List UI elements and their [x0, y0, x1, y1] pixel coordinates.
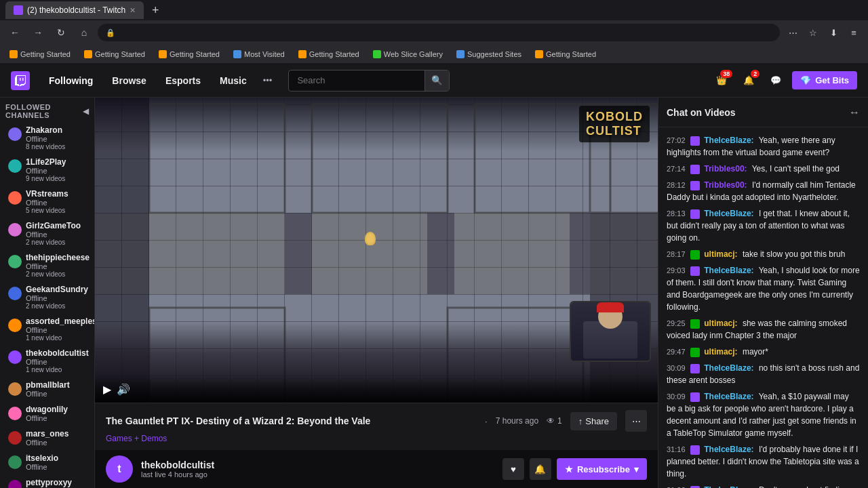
channel-sub-text: 1 new video — [8, 334, 86, 342]
view-count: 1 — [557, 416, 562, 426]
video-info-bar: The Gauntlet PT IX- Destiny of a Wizard … — [95, 403, 658, 450]
active-tab[interactable]: (2) thekoboldcultist - Twitch ✕ — [5, 1, 144, 19]
bookmark-getting-started-2[interactable]: Getting Started — [80, 49, 149, 60]
video-title: The Gauntlet PT IX- Destiny of a Wizard … — [106, 415, 477, 426]
menu-icon[interactable]: ≡ — [845, 24, 863, 41]
message-author[interactable]: ultimacj: — [704, 249, 737, 259]
resubscribe-button[interactable]: ★ Resubscribe ▾ — [557, 458, 647, 480]
bookmark-getting-started-1[interactable]: Getting Started — [5, 49, 75, 60]
chat-settings-btn[interactable]: ↔ — [849, 106, 860, 119]
sidebar-channel-pettyproxyy[interactable]: pettyproxyy Offline — [3, 475, 92, 488]
message-author[interactable]: ThelceBlaze: — [704, 445, 753, 454]
chat-header: Chat on Videos ↔ — [658, 98, 868, 127]
sidebar-channel-dwagonlily[interactable]: dwagonlily Offline — [3, 402, 92, 425]
bookmark-getting-started-3[interactable]: Getting Started — [155, 49, 224, 60]
lock-icon: 🔒 — [106, 28, 115, 37]
bookmark-star-icon[interactable]: ☆ — [804, 24, 822, 41]
avatar — [8, 407, 22, 420]
more-options-button[interactable]: ⋯ — [625, 410, 647, 432]
message-author[interactable]: ThelceBlaze: — [704, 136, 753, 145]
person-figure — [583, 304, 637, 359]
sidebar-channel-vrstreams[interactable]: VRstreams Offline 5 new videos — [3, 186, 92, 217]
message-author[interactable]: ThelceBlaze: — [704, 485, 753, 488]
search-button[interactable]: 🔍 — [425, 70, 449, 91]
bookmark-favicon — [298, 50, 307, 58]
play-btn[interactable]: ▶ — [103, 383, 111, 396]
share-button[interactable]: ↑ Share — [570, 412, 617, 430]
avatar — [8, 191, 22, 205]
channel-sub-text: 1 new video — [8, 366, 86, 373]
sidebar-channel-1life2play[interactable]: 1Life2Play Offline 9 new videos — [3, 155, 92, 185]
whispers-btn[interactable]: 💬 — [765, 70, 787, 92]
forward-btn[interactable]: → — [28, 23, 47, 42]
nav-esports[interactable]: Esports — [157, 71, 209, 90]
get-bits-label: Get Bits — [815, 75, 849, 85]
back-btn[interactable]: ← — [5, 23, 24, 42]
message-author[interactable]: ThelceBlaze: — [704, 392, 753, 401]
prime-icon-btn[interactable]: 👑 38 — [711, 70, 732, 92]
channel-status: Offline — [26, 262, 90, 270]
sidebar-channel-assorted-meeples[interactable]: assorted_meeples Offline 1 new video — [3, 314, 92, 344]
message-author[interactable]: ultimacj: — [704, 347, 737, 357]
webcam-overlay — [570, 301, 651, 362]
resubscribe-label: Resubscribe — [577, 464, 630, 474]
volume-btn[interactable]: 🔊 — [117, 383, 130, 396]
nav-more[interactable]: ••• — [258, 71, 278, 90]
channel-sub-text: 9 new videos — [8, 175, 86, 182]
sidebar-channel-thehippiecheese[interactable]: thehippiecheese Offline 2 new videos — [3, 250, 92, 281]
bookmark-suggested[interactable]: Suggested Sites — [452, 49, 526, 60]
chat-message: 29:25 ultimacj: she was the calming smok… — [664, 316, 863, 343]
video-controls: ▶ 🔊 — [95, 375, 658, 403]
bookmark-favicon — [456, 50, 465, 58]
svg-rect-11 — [570, 213, 590, 294]
url-bar[interactable]: 🔒 https://www.twitch.tv/videos/665453355 — [98, 24, 780, 41]
category-link[interactable]: Games + Demos — [106, 434, 167, 443]
sidebar-channel-itselexio[interactable]: itselexio Offline — [3, 451, 92, 474]
home-btn[interactable]: ⌂ — [75, 23, 94, 42]
sidebar-collapse-btn[interactable]: ◀ — [83, 106, 89, 116]
avatar — [8, 350, 22, 364]
subscriber-badge — [690, 266, 700, 276]
download-icon[interactable]: ⬇ — [825, 24, 842, 41]
channel-avatar-large: t — [106, 455, 133, 483]
new-tab-btn[interactable]: + — [146, 1, 164, 19]
extensions-icon[interactable]: ⋯ — [784, 24, 802, 41]
sidebar-channel-thekoboldcultist[interactable]: thekoboldcultist Offline 1 new video — [3, 346, 92, 376]
nav-browse[interactable]: Browse — [104, 71, 155, 90]
channel-sub-text: 2 new videos — [8, 302, 86, 310]
refresh-btn[interactable]: ↻ — [52, 23, 71, 42]
message-author[interactable]: ultimacj: — [704, 319, 737, 328]
channel-name: 1Life2Play — [26, 157, 66, 167]
bookmark-most-visited[interactable]: Most Visited — [229, 49, 289, 60]
sidebar-channel-pbmallblart[interactable]: pbmallblart Offline — [3, 378, 92, 401]
message-author[interactable]: ThelceBlaze: — [704, 363, 753, 373]
sidebar-channel-girlzgametoo[interactable]: GirlzGameToo Offline 2 new videos — [3, 218, 92, 249]
get-bits-button[interactable]: 💎 Get Bits — [792, 71, 857, 89]
url-input[interactable]: https://www.twitch.tv/videos/665453355 — [119, 28, 772, 37]
channel-name: mars_ones — [26, 429, 68, 439]
nav-music[interactable]: Music — [212, 71, 255, 90]
message-text: take it slow you got this bruh — [743, 249, 845, 259]
chevron-down-icon: ▾ — [634, 464, 639, 474]
sidebar-channel-mars-ones[interactable]: mars_ones Offline — [3, 426, 92, 449]
message-time: 31:16 — [667, 445, 686, 453]
message-author[interactable]: ThelceBlaze: — [704, 266, 753, 275]
message-author[interactable]: ThelceBlaze: — [704, 209, 753, 218]
top-nav-right: 👑 38 🔔 2 💬 💎 Get Bits — [711, 70, 857, 92]
sidebar-channel-zhakaron[interactable]: Zhakaron Offline 8 new videos — [3, 123, 92, 153]
tab-close-btn[interactable]: ✕ — [130, 6, 136, 15]
bookmark-getting-started-4[interactable]: Getting Started — [294, 49, 363, 60]
message-author[interactable]: Tribbles00: — [704, 164, 747, 174]
heart-button[interactable]: ♥ — [502, 458, 524, 480]
search-bar[interactable]: 🔍 — [288, 70, 450, 92]
subscriber-badge — [690, 445, 700, 455]
nav-following[interactable]: Following — [41, 71, 101, 90]
search-input[interactable] — [289, 75, 425, 85]
notifications-button[interactable]: 🔔 — [530, 458, 551, 480]
bookmark-getting-started-5[interactable]: Getting Started — [531, 49, 600, 60]
notifications-btn[interactable]: 🔔 2 — [738, 70, 760, 92]
bookmark-web-slice[interactable]: Web Slice Gallery — [369, 49, 447, 60]
message-author[interactable]: Tribbles00: — [704, 180, 747, 190]
sidebar-channel-geekandsundry[interactable]: GeekandSundry Offline 2 new videos — [3, 282, 92, 312]
chat-message: 30:09 ThelceBlaze: Yeah, a $10 paywall m… — [664, 389, 863, 441]
